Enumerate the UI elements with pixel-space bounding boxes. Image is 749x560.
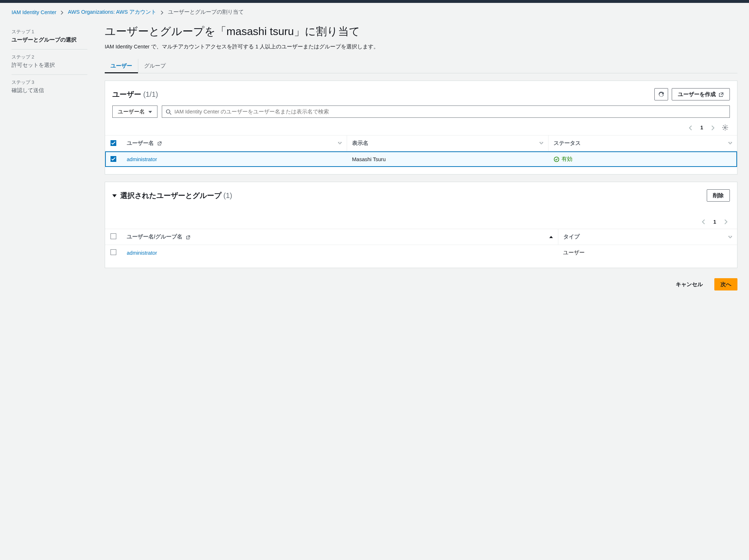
step-label: ステップ 2 xyxy=(12,54,87,60)
col-displayname[interactable]: 表示名 xyxy=(347,135,549,151)
sort-icon xyxy=(338,140,342,146)
col-status-label: ステータス xyxy=(554,140,581,146)
tab-users[interactable]: ユーザー xyxy=(105,59,138,73)
page-description: IAM Identity Center で、マルチアカウントアクセスを許可する … xyxy=(105,43,737,50)
select-all-checkbox[interactable] xyxy=(111,233,116,239)
footer-actions: キャンセル 次へ xyxy=(105,275,737,290)
tab-groups[interactable]: グループ xyxy=(138,59,172,73)
step-label: ステップ 1 xyxy=(12,29,87,35)
status-badge: 有効 xyxy=(554,156,572,163)
refresh-button[interactable] xyxy=(654,88,668,100)
create-user-label: ユーザーを作成 xyxy=(678,91,716,98)
wizard-steps: ステップ 1 ユーザーとグループの選択 ステップ 2 許可セットを選択 ステップ… xyxy=(12,24,87,290)
next-page-button[interactable] xyxy=(722,217,730,226)
step-3: ステップ 3 確認して送信 xyxy=(12,75,87,100)
selected-panel-toggle[interactable]: 選択されたユーザーとグループ (1) xyxy=(112,191,232,201)
selected-title-text: 選択されたユーザーとグループ xyxy=(120,191,221,199)
col-username[interactable]: ユーザー名 xyxy=(122,135,347,151)
chevron-right-icon xyxy=(724,219,728,224)
search-icon xyxy=(166,108,172,115)
step-label: ステップ 3 xyxy=(12,79,87,86)
search-input[interactable] xyxy=(174,109,726,115)
caret-down-icon xyxy=(148,109,152,115)
selected-type-cell: ユーザー xyxy=(558,245,737,261)
row-checkbox[interactable] xyxy=(111,156,116,162)
gear-icon xyxy=(722,125,728,130)
selected-table: ユーザー名/グループ名 タイプ xyxy=(105,229,737,260)
step-2: ステップ 2 許可セットを選択 xyxy=(12,49,87,75)
sort-icon xyxy=(540,140,543,146)
svg-point-1 xyxy=(724,127,726,128)
users-panel-title: ユーザー (1/1) xyxy=(112,90,158,99)
users-title-text: ユーザー xyxy=(112,90,141,98)
chevron-right-icon xyxy=(711,125,715,130)
prev-page-button[interactable] xyxy=(687,123,694,132)
username-link[interactable]: administrator xyxy=(127,156,157,162)
step-title: ユーザーとグループの選択 xyxy=(12,36,87,43)
selected-title-count: (1) xyxy=(224,191,232,199)
col-displayname-label: 表示名 xyxy=(352,140,368,146)
chevron-left-icon xyxy=(689,125,692,130)
prev-page-button[interactable] xyxy=(700,217,707,226)
filter-attribute-select[interactable]: ユーザー名 xyxy=(112,105,157,118)
filter-attribute-label: ユーザー名 xyxy=(118,108,145,115)
next-page-button[interactable] xyxy=(709,123,717,132)
col-type-label: タイプ xyxy=(563,234,580,240)
sort-icon xyxy=(728,233,732,239)
cancel-button[interactable]: キャンセル xyxy=(670,278,709,290)
next-button[interactable]: 次へ xyxy=(714,278,737,290)
caret-down-icon xyxy=(112,193,117,198)
page-number: 1 xyxy=(711,219,718,225)
chevron-left-icon xyxy=(702,219,705,224)
selected-panel: 選択されたユーザーとグループ (1) 削除 1 xyxy=(105,182,737,268)
users-table: ユーザー名 表示名 xyxy=(105,135,737,167)
col-status[interactable]: ステータス xyxy=(549,135,737,151)
sort-icon xyxy=(728,140,732,146)
page-title: ユーザーとグループを「masashi tsuru」に割り当て xyxy=(105,24,737,39)
col-username-label: ユーザー名 xyxy=(127,140,154,146)
table-settings-button[interactable] xyxy=(720,123,730,132)
status-text: 有効 xyxy=(562,156,572,163)
col-name-label: ユーザー名/グループ名 xyxy=(127,234,182,240)
table-row[interactable]: administrator ユーザー xyxy=(105,245,737,261)
displayname-cell: Masashi Tsuru xyxy=(347,151,549,167)
refresh-icon xyxy=(658,91,664,97)
chevron-right-icon xyxy=(161,9,164,15)
col-type[interactable]: タイプ xyxy=(558,229,737,245)
sort-asc-icon xyxy=(549,233,553,239)
breadcrumb-iam[interactable]: IAM Identity Center xyxy=(12,9,56,15)
create-user-button[interactable]: ユーザーを作成 xyxy=(672,88,730,100)
users-title-count: (1/1) xyxy=(143,90,158,98)
step-title: 確認して送信 xyxy=(12,87,87,94)
external-link-icon xyxy=(719,91,724,97)
row-checkbox[interactable] xyxy=(111,249,116,255)
search-box[interactable] xyxy=(162,105,730,118)
table-row[interactable]: administrator Masashi Tsuru 有効 xyxy=(105,151,737,167)
external-link-icon xyxy=(157,140,162,146)
check-circle-icon xyxy=(554,156,559,162)
breadcrumb-organizations[interactable]: AWS Organizations: AWS アカウント xyxy=(68,9,156,16)
step-1: ステップ 1 ユーザーとグループの選択 xyxy=(12,24,87,49)
selected-panel-title: 選択されたユーザーとグループ (1) xyxy=(120,191,232,201)
delete-button[interactable]: 削除 xyxy=(707,189,730,202)
col-name[interactable]: ユーザー名/グループ名 xyxy=(122,229,558,245)
selected-name-link[interactable]: administrator xyxy=(127,250,157,256)
step-title: 許可セットを選択 xyxy=(12,62,87,69)
chevron-right-icon xyxy=(61,9,64,15)
select-all-checkbox[interactable] xyxy=(111,140,116,146)
page-number: 1 xyxy=(698,125,705,130)
external-link-icon xyxy=(186,234,190,240)
svg-point-0 xyxy=(166,109,170,113)
breadcrumb: IAM Identity Center AWS Organizations: A… xyxy=(12,9,737,16)
breadcrumb-current: ユーザーとグループの割り当て xyxy=(168,9,244,16)
users-panel: ユーザー (1/1) ユーザーを作成 xyxy=(105,81,737,175)
tabs: ユーザー グループ xyxy=(105,59,737,73)
